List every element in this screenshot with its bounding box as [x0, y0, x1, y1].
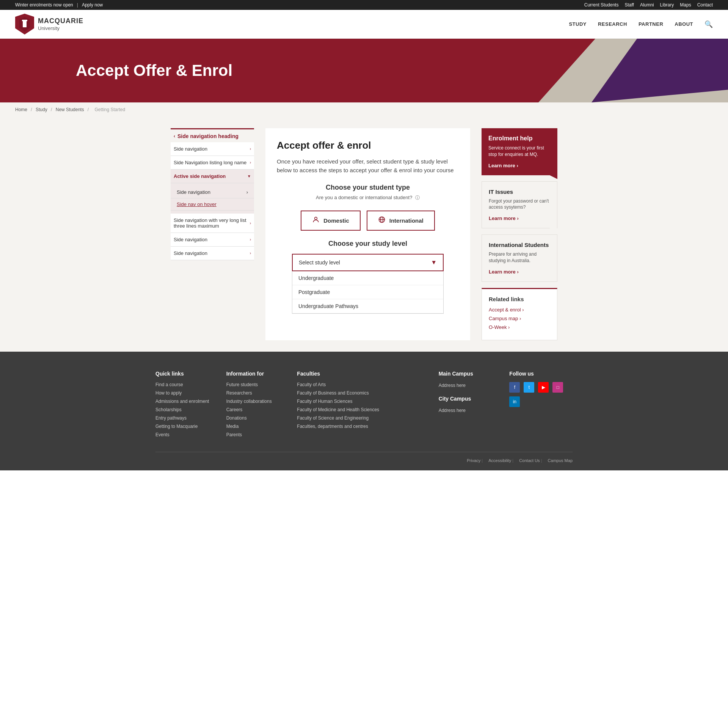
domestic-button[interactable]: Domestic — [301, 211, 361, 231]
study-level-section: Choose your study level Select study lev… — [277, 240, 459, 314]
apply-now-link[interactable]: Apply now — [82, 2, 103, 8]
related-link-2[interactable]: Campus map — [489, 316, 550, 321]
twitter-icon[interactable]: t — [524, 382, 534, 393]
footer-link[interactable]: Find a course — [155, 382, 219, 387]
footer: Quick links Find a course How to apply A… — [0, 352, 728, 470]
related-link-3[interactable]: O-Week — [489, 324, 550, 330]
nav-partner[interactable]: PARTNER — [639, 21, 663, 27]
contact-us-link[interactable]: Contact Us — [519, 458, 540, 463]
footer-link[interactable]: Getting to Macquarie — [155, 424, 219, 429]
choose-type-heading: Choose your student type — [277, 184, 459, 192]
intl-link[interactable]: Learn more — [489, 269, 519, 275]
privacy-link[interactable]: Privacy — [467, 458, 480, 463]
international-students-card: International Students Prepare for arriv… — [482, 234, 557, 282]
footer-link[interactable]: Admissions and enrolment — [155, 399, 219, 404]
footer-link[interactable]: Faculty of Science and Engineering — [297, 415, 431, 421]
breadcrumb: Home / Study / New Students / Getting St… — [0, 102, 728, 117]
search-button[interactable]: 🔍 — [704, 20, 713, 28]
dropdown-option-postgrad[interactable]: Postgraduate — [292, 285, 443, 299]
nav-about[interactable]: ABOUT — [675, 21, 693, 27]
chevron-right-icon: › — [250, 251, 251, 255]
footer-link[interactable]: Faculty of Business and Economics — [297, 390, 431, 396]
sidebar-sub-item-1[interactable]: Side navigation › — [171, 186, 254, 198]
breadcrumb-new-students[interactable]: New Students — [56, 107, 84, 112]
footer-bottom: Privacy | Accessibility | Contact Us | C… — [155, 452, 573, 463]
footer-link[interactable]: Faculty of Arts — [297, 382, 431, 387]
footer-link[interactable]: Events — [155, 432, 219, 437]
current-students-link[interactable]: Current Students — [584, 2, 619, 8]
contact-link[interactable]: Contact — [697, 2, 713, 8]
related-links-card: Related links Accept & enrol Campus map … — [482, 288, 557, 340]
top-bar-right: Current Students Staff Alumni Library Ma… — [584, 2, 713, 8]
student-type-section: Choose your student type Are you a domes… — [277, 184, 459, 201]
footer-link[interactable]: Faculty of Medicinе and Health Sciences — [297, 407, 431, 412]
staff-link[interactable]: Staff — [624, 2, 634, 8]
logo-area[interactable]: MACQUARIE University — [15, 14, 83, 35]
linkedin-icon[interactable]: in — [509, 396, 520, 407]
top-bar-left: Winter enrolments now open | Apply now — [15, 2, 103, 8]
footer-link[interactable]: Scholarships — [155, 407, 219, 412]
footer-link[interactable]: Careers — [226, 407, 290, 412]
sidebar-item-nav3[interactable]: Side navigation › — [171, 233, 254, 247]
footer-link[interactable]: How to apply — [155, 390, 219, 396]
sidebar-item-label: Side navigation — [174, 237, 207, 242]
footer-link[interactable]: Faculties, departments and centres — [297, 424, 431, 429]
sidebar-item-nav1[interactable]: Side navigation › — [171, 142, 254, 156]
sidebar-heading: ‹ Side navigation heading — [171, 128, 254, 142]
footer-link[interactable]: Future students — [226, 382, 290, 387]
alumni-link[interactable]: Alumni — [640, 2, 654, 8]
accessibility-link[interactable]: Accessibility — [488, 458, 511, 463]
card-notch — [550, 175, 557, 179]
study-level-dropdown[interactable]: Select study level ▼ — [292, 254, 444, 271]
nav-research[interactable]: RESEARCH — [598, 21, 627, 27]
sidebar-item-nav2[interactable]: Side Navigation listing long name › — [171, 156, 254, 170]
footer-link[interactable]: Media — [226, 424, 290, 429]
international-icon — [378, 216, 386, 225]
sidebar-item-label: Side navigation — [174, 250, 207, 256]
chevron-right-icon: › — [250, 147, 251, 151]
nav-study[interactable]: STUDY — [569, 21, 587, 27]
breadcrumb-study[interactable]: Study — [36, 107, 47, 112]
chevron-right-icon: › — [250, 160, 251, 165]
breadcrumb-home[interactable]: Home — [15, 107, 27, 112]
footer-sep: | — [512, 458, 513, 463]
sidebar-sub-item-hover[interactable]: Side nav on hover — [171, 198, 254, 211]
footer-quick-links: Quick links Find a course How to apply A… — [155, 371, 219, 440]
international-button[interactable]: International — [367, 211, 435, 231]
enrolment-help-link[interactable]: Learn more — [488, 163, 518, 168]
dropdown-arrow-icon: ▼ — [431, 259, 437, 266]
footer-info-for: Information for Future students Research… — [226, 371, 290, 440]
main-content: Accept offer & enrol Once you have recei… — [265, 128, 470, 340]
footer-link[interactable]: Industry collaborations — [226, 399, 290, 404]
svg-rect-3 — [22, 20, 27, 21]
footer-link[interactable]: Donations — [226, 415, 290, 421]
maps-link[interactable]: Maps — [680, 2, 691, 8]
related-link-1[interactable]: Accept & enrol — [489, 307, 550, 313]
sidebar-item-active[interactable]: Active side navigation ▼ — [171, 170, 254, 183]
facebook-icon[interactable]: f — [509, 382, 520, 393]
footer-link[interactable]: Researchers — [226, 390, 290, 396]
dropdown-option-pathways[interactable]: Undergraduate Pathways — [292, 299, 443, 313]
dropdown-option-undergrad[interactable]: Undergraduate — [292, 271, 443, 285]
footer-link[interactable]: Parents — [226, 432, 290, 437]
sidebar-submenu: Side navigation › Side nav on hover — [171, 183, 254, 214]
sidebar-item-long[interactable]: Side navigation with very long list thre… — [171, 214, 254, 233]
content-title: Accept offer & enrol — [277, 140, 459, 151]
it-issues-link[interactable]: Learn more — [489, 215, 519, 221]
breadcrumb-sep3: / — [88, 107, 90, 112]
sidebar-item-label: Active side navigation — [174, 173, 226, 179]
header: MACQUARIE University STUDY RESEARCH PART… — [0, 10, 728, 39]
back-arrow-icon[interactable]: ‹ — [174, 134, 175, 139]
footer-link[interactable]: Faculty of Human Sciences — [297, 399, 431, 404]
campus-map-link[interactable]: Campus Map — [548, 458, 573, 463]
sidebar-item-nav4[interactable]: Side navigation › — [171, 247, 254, 260]
enrolment-help-card: Enrolment help Service connect is your f… — [482, 128, 557, 175]
choose-level-heading: Choose your study level — [277, 240, 459, 248]
breadcrumb-sep2: / — [51, 107, 53, 112]
card-notch — [549, 228, 557, 232]
footer-link[interactable]: Entry pathways — [155, 415, 219, 421]
instagram-icon[interactable]: □ — [552, 382, 563, 393]
library-link[interactable]: Library — [660, 2, 674, 8]
youtube-icon[interactable]: ▶ — [538, 382, 549, 393]
logo-subtitle: University — [38, 25, 83, 31]
